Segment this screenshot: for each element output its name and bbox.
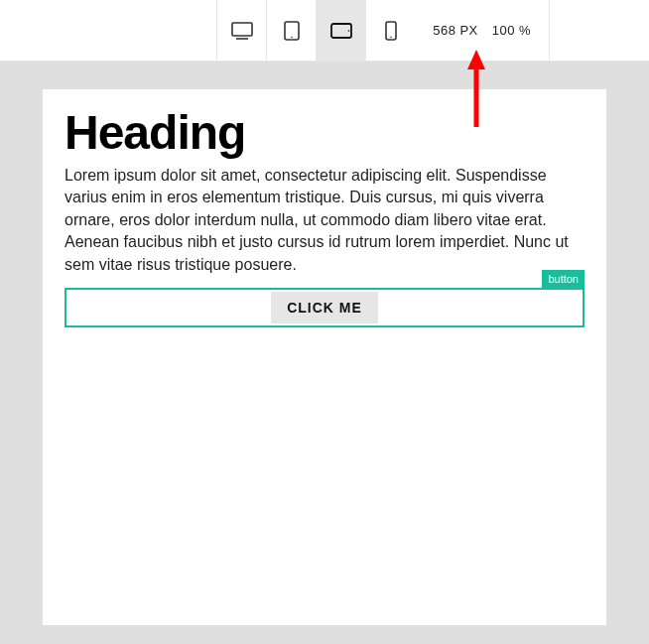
selected-element-wrapper[interactable]: button CLICK ME	[65, 288, 584, 327]
device-phone-button[interactable]	[365, 0, 415, 61]
svg-point-3	[291, 36, 293, 38]
design-canvas[interactable]: Heading Lorem ipsum dolor sit amet, cons…	[43, 89, 606, 625]
device-tablet-portrait-button[interactable]	[266, 0, 316, 61]
svg-point-7	[390, 36, 392, 38]
design-viewport[interactable]: Heading Lorem ipsum dolor sit amet, cons…	[0, 62, 649, 644]
device-tablet-landscape-button[interactable]	[316, 0, 365, 61]
device-desktop-button[interactable]	[216, 0, 266, 61]
viewport-readout: 568 PX 100 %	[415, 0, 550, 61]
tablet-portrait-icon	[284, 21, 300, 41]
viewport-zoom-value: 100	[492, 23, 515, 38]
desktop-icon	[231, 22, 253, 40]
svg-point-5	[347, 30, 349, 32]
viewport-zoom-unit: %	[519, 23, 531, 38]
selection-tag[interactable]: button	[542, 270, 584, 288]
button-element[interactable]: CLICK ME	[65, 288, 584, 327]
page-paragraph[interactable]: Lorem ipsum dolor sit amet, consectetur …	[65, 165, 584, 276]
viewport-width-value: 568	[433, 23, 455, 38]
tablet-landscape-icon	[330, 23, 352, 39]
device-toolbar: 568 PX 100 %	[0, 0, 649, 62]
phone-icon	[385, 21, 397, 41]
svg-rect-0	[232, 23, 252, 36]
button-label[interactable]: CLICK ME	[271, 292, 378, 323]
viewport-width-unit: PX	[459, 23, 477, 38]
page-heading[interactable]: Heading	[65, 109, 584, 157]
